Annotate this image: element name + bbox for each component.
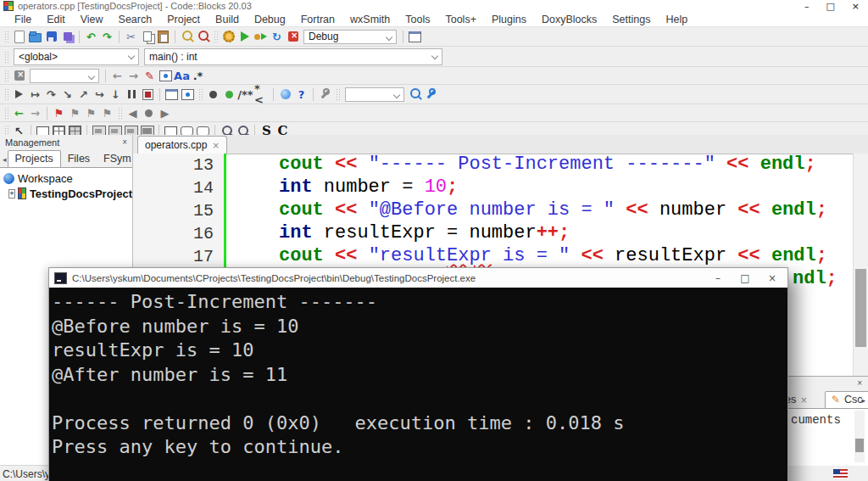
bookmark-clear-icon[interactable]: ⚑ [100, 106, 114, 120]
close-file-icon[interactable] [12, 69, 26, 82]
debug-continue-icon[interactable] [12, 87, 26, 101]
debugging-windows-icon[interactable] [164, 87, 179, 101]
redo-icon[interactable]: ↷ [100, 30, 114, 43]
break-debugger-icon[interactable] [125, 87, 139, 101]
menu-project[interactable]: Project [159, 14, 208, 25]
tab-projects[interactable]: Projects [8, 150, 61, 167]
step-into-instruction-icon[interactable]: ↓ [108, 87, 123, 101]
show-target-icon[interactable] [408, 30, 422, 43]
logs-close-icon[interactable]: × [857, 378, 862, 388]
console-output[interactable]: ------ Post-Increment -------@Before num… [49, 288, 787, 481]
menu-tools[interactable]: Tools [398, 14, 437, 25]
run-to-cursor-icon[interactable]: ↦ [28, 87, 42, 101]
plugin-icon-2[interactable] [222, 87, 236, 101]
menu-debug[interactable]: Debug [247, 14, 293, 25]
next-line-icon[interactable]: ↷ [44, 87, 58, 101]
cut-icon[interactable]: ✂ [124, 30, 138, 43]
token [413, 176, 424, 198]
doxy-line-comment-icon[interactable]: *< [254, 87, 269, 101]
nav-back-icon[interactable]: ← [110, 69, 125, 82]
build-icon[interactable] [221, 30, 236, 43]
incsearch-find-icon[interactable] [408, 87, 422, 101]
stop-debugger-icon[interactable] [141, 87, 155, 101]
open-file-icon[interactable] [28, 30, 42, 43]
menu-help[interactable]: Help [658, 14, 695, 25]
undo-icon[interactable]: ↶ [84, 30, 98, 43]
abort-icon[interactable] [286, 30, 300, 43]
function-select[interactable]: main() : int [144, 48, 442, 65]
expand-icon[interactable]: + [8, 189, 15, 199]
bookmark-prev-icon[interactable]: ⚑ [68, 106, 82, 120]
menu-fortran[interactable]: Fortran [293, 14, 342, 25]
save-icon[interactable] [44, 30, 58, 43]
logs-tab-close-icon[interactable]: × [800, 395, 807, 405]
regex-icon[interactable]: .* [191, 69, 205, 82]
info-windows-icon[interactable] [181, 87, 195, 101]
jump-record-icon[interactable] [142, 106, 156, 120]
build-target-select[interactable]: Debug [303, 30, 397, 44]
menu-tools+[interactable]: Tools+ [437, 14, 483, 25]
tab-fsym[interactable]: FSym [97, 151, 138, 167]
scope-select[interactable]: <global> [14, 48, 139, 65]
separator [79, 31, 80, 43]
menu-doxyblocks[interactable]: DoxyBlocks [534, 14, 604, 25]
editor-tab-operators[interactable]: operators.cpp × [137, 136, 227, 154]
plugin-icon-1[interactable] [206, 87, 220, 101]
build-and-run-icon[interactable] [253, 30, 268, 43]
console-maximize-button[interactable]: □ [732, 272, 759, 284]
tab-close-icon[interactable]: × [212, 141, 219, 150]
bookmark-toggle-icon[interactable]: ⚑ [52, 106, 66, 120]
logs-tabs-overflow-icon[interactable]: ▸ [861, 396, 865, 405]
step-into-icon[interactable]: ↘ [60, 87, 75, 101]
web-icon[interactable] [278, 87, 292, 101]
console-minimize-button[interactable]: – [704, 272, 732, 284]
menu-build[interactable]: Build [208, 14, 247, 25]
run-icon[interactable] [237, 30, 252, 43]
incsearch-select[interactable] [345, 87, 404, 102]
next-instruction-icon[interactable]: ↪ [92, 87, 107, 101]
console-close-button[interactable]: × [759, 272, 786, 284]
help-icon[interactable]: ? [294, 87, 309, 101]
management-close-icon[interactable]: × [122, 137, 127, 147]
scrollbar-thumb[interactable] [855, 269, 866, 347]
jump-forward-icon[interactable]: ▶ [158, 106, 172, 120]
copy-icon[interactable] [140, 30, 154, 43]
tree-item-project[interactable]: + TestingDocsProject [0, 186, 132, 201]
minimize-button[interactable]: – [804, 1, 810, 12]
nav-forward-icon[interactable]: → [126, 69, 141, 82]
logs-scrollbar-thumb[interactable] [855, 439, 864, 452]
incsearch-options-icon[interactable] [424, 87, 438, 101]
open-files-select[interactable] [30, 69, 99, 83]
step-out-icon[interactable]: ↗ [76, 87, 91, 101]
tab-files[interactable]: Files [61, 151, 97, 167]
tabs-scroll-left-icon[interactable]: ◂ [2, 155, 8, 167]
menu-plugins[interactable]: Plugins [484, 14, 534, 25]
browse-forward-icon[interactable]: → [28, 106, 42, 120]
menu-search[interactable]: Search [111, 14, 160, 25]
title-bar[interactable]: operators.cpp [TestingDocsProject] - Cod… [0, 0, 868, 12]
menu-view[interactable]: View [73, 14, 111, 25]
menu-edit[interactable]: Edit [39, 14, 73, 25]
rebuild-icon[interactable]: ↻ [270, 30, 284, 43]
settings-wrench-icon[interactable] [318, 87, 332, 101]
selected-text-icon[interactable] [159, 69, 173, 82]
browse-back-icon[interactable]: ← [12, 106, 26, 120]
menu-wxsmith[interactable]: wxSmith [342, 14, 398, 25]
tree-item-workspace[interactable]: Workspace [0, 171, 132, 186]
close-button[interactable]: × [852, 1, 860, 12]
save-all-icon[interactable] [60, 30, 75, 43]
bookmark-next-icon[interactable]: ⚑ [84, 106, 98, 120]
logs-scrollbar[interactable] [854, 411, 865, 462]
maximize-button[interactable]: □ [826, 1, 834, 12]
menu-file[interactable]: File [7, 14, 39, 25]
find-icon[interactable] [180, 30, 194, 43]
paste-icon[interactable] [156, 30, 170, 43]
doxy-block-comment-icon[interactable]: /** [238, 87, 253, 101]
match-case-icon[interactable]: Aa [175, 69, 189, 82]
replace-icon[interactable] [196, 30, 210, 43]
highlight-icon[interactable]: ✎ [142, 69, 157, 82]
jump-back-icon[interactable]: ◀ [125, 106, 140, 120]
console-title-bar[interactable]: C:\Users\yskum\Documents\CProjects\Testi… [49, 268, 787, 288]
menu-settings[interactable]: Settings [604, 14, 658, 25]
new-file-icon[interactable] [12, 30, 26, 43]
